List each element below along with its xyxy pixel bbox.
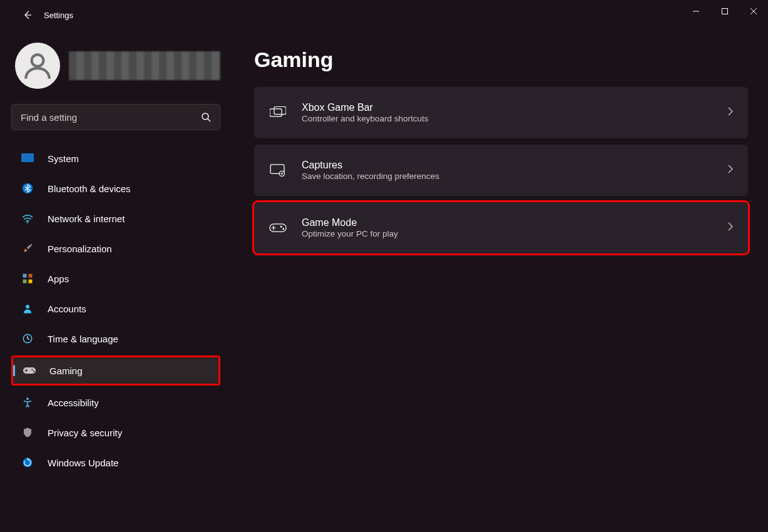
arrow-left-icon xyxy=(23,10,33,20)
card-subtitle: Optimize your PC for play xyxy=(302,229,727,238)
svg-rect-4 xyxy=(22,154,33,161)
nav-item-time-language[interactable]: Time & language xyxy=(11,325,220,352)
svg-rect-20 xyxy=(274,106,286,114)
shield-icon xyxy=(20,426,35,439)
nav-item-personalization[interactable]: Personalization xyxy=(11,235,220,262)
game-bar-icon xyxy=(268,106,288,119)
nav-item-label: Windows Update xyxy=(48,458,118,468)
sidebar: System Bluetooth & devices Network & int… xyxy=(0,30,232,532)
card-xbox-game-bar[interactable]: Xbox Game Bar Controller and keyboard sh… xyxy=(254,87,748,138)
brush-icon xyxy=(20,242,35,255)
svg-rect-0 xyxy=(722,9,728,14)
nav-item-windows-update[interactable]: Windows Update xyxy=(11,449,220,476)
search-box[interactable] xyxy=(11,104,220,130)
svg-point-24 xyxy=(280,226,282,228)
game-mode-icon xyxy=(268,222,288,233)
settings-cards: Xbox Game Bar Controller and keyboard sh… xyxy=(254,87,748,253)
search-input[interactable] xyxy=(21,112,201,123)
minimize-button[interactable] xyxy=(682,0,710,23)
person-icon xyxy=(22,50,53,81)
nav-item-label: System xyxy=(48,153,79,164)
svg-point-6 xyxy=(27,222,28,223)
system-icon xyxy=(20,152,35,165)
nav-item-privacy[interactable]: Privacy & security xyxy=(11,419,220,446)
gaming-icon xyxy=(22,364,37,377)
svg-rect-9 xyxy=(23,280,27,284)
svg-rect-10 xyxy=(29,280,33,284)
nav-item-label: Network & internet xyxy=(48,213,125,224)
maximize-icon xyxy=(721,8,729,15)
nav-item-bluetooth[interactable]: Bluetooth & devices xyxy=(11,175,220,202)
svg-rect-19 xyxy=(270,109,282,116)
close-icon xyxy=(750,8,757,15)
captures-icon xyxy=(268,164,288,176)
chevron-right-icon xyxy=(727,222,734,233)
card-subtitle: Save location, recording preferences xyxy=(302,171,727,181)
card-game-mode[interactable]: Game Mode Optimize your PC for play xyxy=(254,202,748,253)
card-title: Xbox Game Bar xyxy=(302,102,727,113)
nav-item-accounts[interactable]: Accounts xyxy=(11,295,220,322)
page-title: Gaming xyxy=(254,48,748,72)
svg-point-16 xyxy=(33,371,35,372)
nav-item-label: Bluetooth & devices xyxy=(48,183,131,194)
svg-point-25 xyxy=(282,228,284,230)
svg-point-17 xyxy=(26,397,29,400)
nav-list: System Bluetooth & devices Network & int… xyxy=(11,145,220,476)
svg-point-11 xyxy=(26,305,29,309)
chevron-right-icon xyxy=(727,107,734,118)
nav-item-label: Apps xyxy=(48,274,69,284)
nav-item-apps[interactable]: Apps xyxy=(11,265,220,292)
chevron-right-icon xyxy=(727,165,734,176)
nav-item-system[interactable]: System xyxy=(11,145,220,171)
nav-item-network[interactable]: Network & internet xyxy=(11,205,220,232)
nav-item-label: Personalization xyxy=(48,243,112,254)
card-title: Game Mode xyxy=(302,217,727,228)
svg-rect-7 xyxy=(23,274,27,278)
accounts-icon xyxy=(20,302,35,315)
card-captures[interactable]: Captures Save location, recording prefer… xyxy=(254,145,748,196)
svg-point-1 xyxy=(31,54,43,66)
close-button[interactable] xyxy=(739,0,768,23)
wifi-icon xyxy=(20,212,35,225)
bluetooth-icon xyxy=(20,182,35,195)
titlebar: Settings xyxy=(0,0,768,30)
nav-item-label: Accessibility xyxy=(48,397,99,408)
update-icon xyxy=(20,456,35,469)
main-content: Gaming Xbox Game Bar Controller and keyb… xyxy=(232,30,768,532)
nav-item-label: Time & language xyxy=(48,334,118,344)
nav-item-gaming[interactable]: Gaming xyxy=(13,357,218,384)
svg-point-15 xyxy=(31,369,33,371)
avatar xyxy=(15,43,60,89)
back-button[interactable] xyxy=(15,3,40,28)
profile-section[interactable] xyxy=(11,43,220,89)
apps-icon xyxy=(20,272,35,285)
minimize-icon xyxy=(692,8,700,15)
nav-item-accessibility[interactable]: Accessibility xyxy=(11,389,220,416)
svg-rect-8 xyxy=(29,274,33,278)
app-title: Settings xyxy=(44,11,73,20)
clock-icon xyxy=(20,332,35,345)
svg-point-2 xyxy=(202,113,208,120)
maximize-button[interactable] xyxy=(710,0,739,23)
accessibility-icon xyxy=(20,396,35,409)
nav-item-label: Accounts xyxy=(48,304,86,314)
card-subtitle: Controller and keyboard shortcuts xyxy=(302,114,727,123)
search-icon xyxy=(201,112,211,122)
nav-item-label: Gaming xyxy=(49,366,83,376)
nav-item-label: Privacy & security xyxy=(48,427,122,438)
card-title: Captures xyxy=(302,160,727,171)
profile-name-redacted xyxy=(69,51,220,80)
